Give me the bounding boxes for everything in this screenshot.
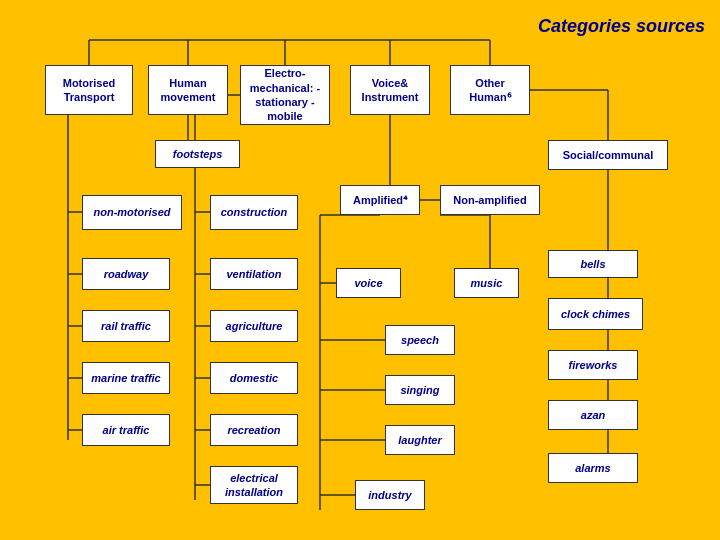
domestic-box: domestic	[210, 362, 298, 394]
clock-chimes-box: clock chimes	[548, 298, 643, 330]
azan-box: azan	[548, 400, 638, 430]
social-communal-box: Social/communal	[548, 140, 668, 170]
non-motorised-box: non-motorised	[82, 195, 182, 230]
music-box: music	[454, 268, 519, 298]
rail-traffic-box: rail traffic	[82, 310, 170, 342]
electrical-installation-box: electrical installation	[210, 466, 298, 504]
speech-box: speech	[385, 325, 455, 355]
page-title: Categories sources	[538, 15, 705, 38]
air-traffic-box: air traffic	[82, 414, 170, 446]
industry-box: industry	[355, 480, 425, 510]
human-movement-box: Human movement	[148, 65, 228, 115]
ventilation-box: ventilation	[210, 258, 298, 290]
marine-traffic-box: marine traffic	[82, 362, 170, 394]
footsteps-box: footsteps	[155, 140, 240, 168]
alarms-box: alarms	[548, 453, 638, 483]
other-human-box: Other Human⁶	[450, 65, 530, 115]
electromechanical-box: Electro- mechanical: -stationary -mobile	[240, 65, 330, 125]
bells-box: bells	[548, 250, 638, 278]
voice-instrument-box: Voice& Instrument	[350, 65, 430, 115]
recreation-box: recreation	[210, 414, 298, 446]
voice-box: voice	[336, 268, 401, 298]
roadway-box: roadway	[82, 258, 170, 290]
laughter-box: laughter	[385, 425, 455, 455]
non-amplified-box: Non-amplified	[440, 185, 540, 215]
construction-box: construction	[210, 195, 298, 230]
agriculture-box: agriculture	[210, 310, 298, 342]
amplified-box: Amplified⁴	[340, 185, 420, 215]
motorised-transport-box: Motorised Transport	[45, 65, 133, 115]
fireworks-box: fireworks	[548, 350, 638, 380]
singing-box: singing	[385, 375, 455, 405]
